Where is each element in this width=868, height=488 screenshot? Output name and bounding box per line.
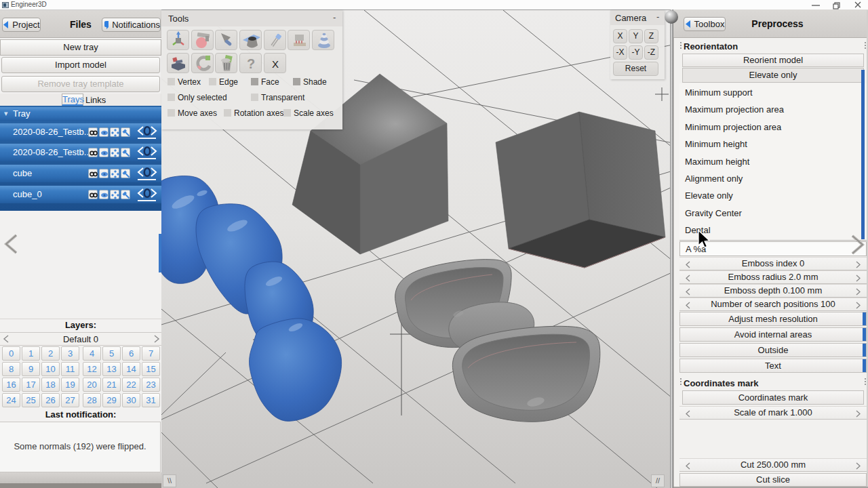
svg-text:?: ? (247, 56, 255, 71)
svg-text:X: X (272, 58, 279, 70)
